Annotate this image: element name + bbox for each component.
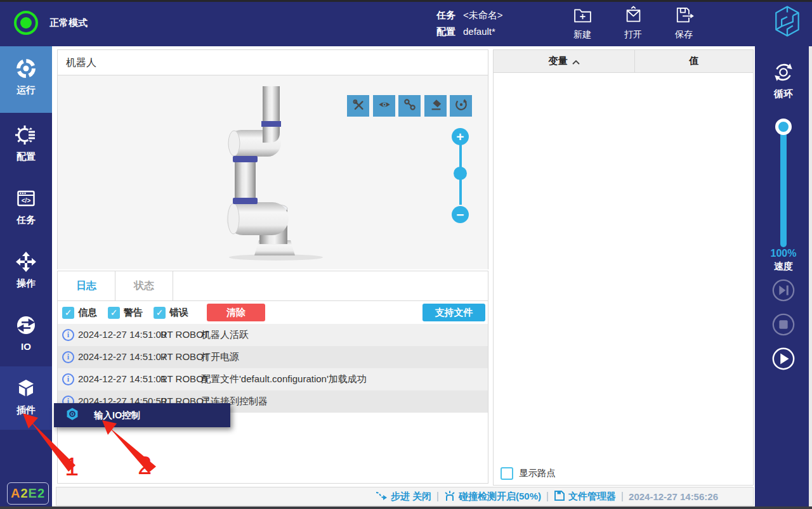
file-manager-status[interactable]: 文件管理器 xyxy=(554,490,616,503)
speed-label: 速度 xyxy=(755,261,812,273)
save-task-button[interactable]: 保存 xyxy=(664,5,704,41)
collision-icon xyxy=(444,490,455,503)
status-separator xyxy=(437,492,438,501)
warning-filter-checkbox[interactable]: ✓ xyxy=(108,307,120,319)
zoom-in-button[interactable]: + xyxy=(452,128,469,145)
open-task-button[interactable]: 打开 xyxy=(613,5,653,41)
zoom-out-button[interactable]: − xyxy=(452,206,469,223)
step-forward-button[interactable] xyxy=(771,278,796,302)
mode-label: 正常模式 xyxy=(49,17,88,29)
task-config-block: 任务 <未命名> 配置 default* xyxy=(436,7,503,40)
log-time: 2024-12-27 14:51:09 xyxy=(78,329,166,340)
show-waypoints-label: 显示路点 xyxy=(519,467,556,479)
waypoint-path-icon xyxy=(403,98,417,114)
error-filter-checkbox[interactable]: ✓ xyxy=(154,307,166,319)
view-rotate-button[interactable] xyxy=(450,95,472,117)
sidebar-io-label: IO xyxy=(0,341,52,352)
info-icon: i xyxy=(62,351,74,363)
sidebar-item-task[interactable]: </> 任务 xyxy=(0,176,52,240)
status-dot xyxy=(20,17,32,29)
stop-button[interactable] xyxy=(771,312,796,337)
info-icon: i xyxy=(62,329,74,341)
screen-edge-bottom xyxy=(0,506,812,509)
log-filter-row: ✓ 信息 ✓ 警告 ✓ 错误 清除 支持文件 xyxy=(58,301,488,324)
file-manager-icon xyxy=(554,490,565,503)
step-mode-status[interactable]: 步进 关闭 xyxy=(375,491,431,503)
eraser-icon xyxy=(429,98,443,114)
run-icon xyxy=(15,71,37,82)
show-waypoints-row: 显示路点 xyxy=(494,461,753,485)
log-row[interactable]: i 2024-12-27 14:51:01 RT ROBOT 配置文件'defa… xyxy=(58,368,488,390)
step-mode-label: 步进 关闭 xyxy=(391,491,431,503)
sidebar-item-operate[interactable]: 操作 xyxy=(0,240,52,303)
clear-log-button[interactable]: 清除 xyxy=(207,304,265,321)
robot-arm-model xyxy=(58,75,488,269)
speed-percent: 100% xyxy=(755,248,812,259)
plugin-context-menu[interactable]: 输入IO控制 xyxy=(54,403,230,427)
log-list: i 2024-12-27 14:51:09 RT ROBOT 机器人活跃 i 2… xyxy=(58,324,488,413)
value-column-label: 值 xyxy=(690,55,699,67)
open-file-icon xyxy=(623,17,644,28)
a2e2-badge: A2E2 xyxy=(7,482,49,505)
view-erase-button[interactable] xyxy=(424,95,447,117)
sidebar-task-label: 任务 xyxy=(0,214,52,226)
log-panel: 日志 状态 ✓ 信息 ✓ 警告 ✓ 错误 清除 支持文件 i 2024-12-2… xyxy=(57,271,488,484)
annotation-number-2: 2 xyxy=(134,451,155,480)
loop-icon[interactable] xyxy=(771,60,796,84)
play-button[interactable] xyxy=(771,347,796,371)
view-visibility-button[interactable] xyxy=(373,95,395,117)
status-timestamp: 2024-12-27 14:56:26 xyxy=(629,491,718,502)
zoom-slider-handle[interactable] xyxy=(454,167,467,180)
sidebar-run-label: 运行 xyxy=(0,84,52,96)
svg-text:</>: </> xyxy=(22,197,31,204)
new-task-button[interactable]: 新建 xyxy=(563,5,602,41)
context-menu-item-input-io[interactable]: 输入IO控制 xyxy=(94,409,140,422)
badge-char: 2 xyxy=(20,486,28,501)
sidebar-plugin-label: 插件 xyxy=(0,404,52,416)
log-row[interactable]: i 2024-12-27 14:51:09 RT ROBOT 机器人活跃 xyxy=(58,324,488,346)
speed-slider-handle[interactable] xyxy=(775,119,792,135)
sidebar-item-io[interactable]: IO xyxy=(0,303,52,366)
task-code-window-icon: </> xyxy=(15,201,37,212)
sidebar-operate-label: 操作 xyxy=(0,278,52,290)
top-bar: 正常模式 任务 <未命名> 配置 default* 新建 打开 xyxy=(0,0,812,46)
column-header-variable[interactable]: 变量 xyxy=(494,50,635,72)
variable-column-label: 变量 xyxy=(549,55,568,67)
sidebar-item-run[interactable]: 运行 xyxy=(0,46,52,113)
badge-char: 2 xyxy=(37,486,45,501)
log-row[interactable]: i 2024-12-27 14:51:07 RT ROBOT 打开电源 xyxy=(58,346,488,368)
sidebar-item-config[interactable]: 配置 xyxy=(0,113,52,176)
view-path-button[interactable] xyxy=(398,95,421,117)
step-mode-icon xyxy=(375,491,388,503)
right-sidebar: 循环 100% 速度 xyxy=(755,46,812,509)
log-tab-bar: 日志 状态 xyxy=(58,271,488,301)
warning-filter-label: 警告 xyxy=(124,307,143,319)
sidebar-config-label: 配置 xyxy=(0,151,52,163)
screen-edge-top xyxy=(0,0,812,2)
status-bar: 步进 关闭 碰撞检测开启(50%) 文件管理器 2024-12-27 14:56… xyxy=(56,487,754,506)
tools-icon xyxy=(351,98,365,114)
tab-status[interactable]: 状态 xyxy=(115,271,173,300)
sidebar-item-plugin[interactable]: 插件 xyxy=(0,366,52,430)
robot-panel: 机器人 xyxy=(57,49,488,269)
robot-3d-viewport[interactable]: + − xyxy=(58,75,488,269)
task-value: <未命名> xyxy=(463,7,503,23)
error-filter-label: 错误 xyxy=(169,307,188,319)
info-filter-checkbox[interactable]: ✓ xyxy=(62,307,74,319)
support-file-button[interactable]: 支持文件 xyxy=(422,304,485,321)
speed-slider-track[interactable] xyxy=(780,127,787,247)
io-plugin-hexagon-icon xyxy=(54,407,79,423)
robot-status-indicator xyxy=(14,11,38,35)
show-waypoints-checkbox[interactable] xyxy=(501,467,513,480)
log-time: 2024-12-27 14:51:07 xyxy=(78,351,166,362)
column-header-value[interactable]: 值 xyxy=(635,50,753,72)
config-value: default* xyxy=(463,23,495,40)
file-manager-label: 文件管理器 xyxy=(568,491,616,503)
tab-log[interactable]: 日志 xyxy=(58,271,115,300)
variables-panel: 变量 值 显示路点 xyxy=(493,49,754,486)
badge-char: E xyxy=(29,486,37,501)
log-message: 机器人活跃 xyxy=(201,329,249,341)
view-tools-button[interactable] xyxy=(347,95,369,117)
config-label: 配置 xyxy=(436,23,455,40)
collision-detection-status[interactable]: 碰撞检测开启(50%) xyxy=(444,490,541,503)
